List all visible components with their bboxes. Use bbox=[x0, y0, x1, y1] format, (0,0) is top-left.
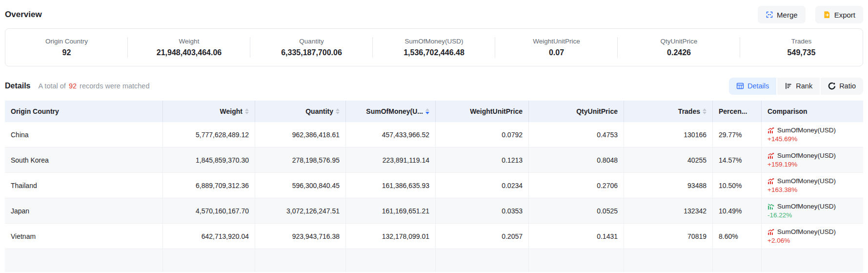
cell-sum-of-money: 161,169,651.21 bbox=[346, 198, 436, 223]
table-header-row: Origin Country Weight Quantity SumOfMone… bbox=[5, 101, 863, 122]
cell-quantity: 3,072,126,247.51 bbox=[255, 198, 346, 223]
comparison-metric: SumOfMoney(USD) bbox=[777, 177, 836, 185]
trend-up-chart-icon bbox=[767, 127, 774, 134]
cell-qty-unit-price: 0.2706 bbox=[529, 173, 624, 198]
trend-down-chart-icon bbox=[767, 203, 774, 210]
cell-country: South Korea bbox=[5, 147, 163, 172]
cell-comparison: SumOfMoney(USD) -16.22% bbox=[762, 198, 863, 223]
stat-trades: Trades 549,735 bbox=[740, 29, 863, 66]
column-header-weight[interactable]: Weight bbox=[163, 101, 255, 122]
tab-rank-label: Rank bbox=[796, 82, 812, 90]
comparison-change: -16.22% bbox=[767, 211, 792, 219]
stat-quantity: Quantity 6,335,187,700.06 bbox=[250, 29, 373, 66]
stat-value: 0.07 bbox=[549, 48, 564, 57]
column-header-qty-unit-price: QtyUnitPrice bbox=[529, 101, 624, 122]
table-row[interactable]: South Korea 1,845,859,370.30 278,198,576… bbox=[5, 147, 863, 173]
trend-up-chart-icon bbox=[767, 152, 774, 159]
column-header-quantity[interactable]: Quantity bbox=[255, 101, 346, 122]
stat-label: WeightUnitPrice bbox=[533, 38, 580, 45]
topbar: Overview Merge bbox=[5, 0, 863, 22]
sort-arrows-icon[interactable] bbox=[336, 108, 340, 114]
cell-qty-unit-price: 0.4753 bbox=[529, 122, 624, 147]
cell-percentage: 10.49% bbox=[713, 198, 762, 223]
stat-value: 549,735 bbox=[787, 48, 816, 57]
export-button[interactable]: Export bbox=[815, 6, 863, 23]
cell-country: Thailand bbox=[5, 173, 163, 198]
merge-button-label: Merge bbox=[777, 11, 798, 19]
sort-arrows-icon[interactable] bbox=[425, 108, 429, 114]
stat-origin-country: Origin Country 92 bbox=[5, 29, 128, 66]
cell-weight: 6,889,709,312.36 bbox=[163, 173, 255, 198]
overview-title: Overview bbox=[5, 10, 42, 20]
table-row[interactable]: Japan 4,570,160,167.70 3,072,126,247.51 … bbox=[5, 198, 863, 224]
page-root: Overview Merge bbox=[0, 0, 868, 273]
sort-arrows-icon[interactable] bbox=[703, 108, 707, 114]
export-button-label: Export bbox=[834, 11, 855, 19]
cell-percentage: 10.50% bbox=[713, 173, 762, 198]
records-matched-text: A total of 92 records were matched bbox=[38, 82, 149, 90]
cell-sum-of-money: 457,433,966.52 bbox=[346, 122, 436, 147]
stat-value: 0.2426 bbox=[667, 48, 691, 57]
cell-trades: 93488 bbox=[624, 173, 713, 198]
sort-arrows-icon[interactable] bbox=[245, 108, 249, 114]
comparison-change: +145.69% bbox=[767, 135, 797, 143]
comparison-metric: SumOfMoney(USD) bbox=[777, 228, 836, 235]
stat-value: 21,948,403,464.06 bbox=[157, 48, 222, 57]
cell-qty-unit-price: 0.1431 bbox=[529, 224, 624, 249]
cell-percentage: 14.57% bbox=[713, 147, 762, 172]
cell-quantity: 962,386,418.61 bbox=[255, 122, 346, 147]
table-row-partial bbox=[5, 249, 863, 272]
column-header-trades[interactable]: Trades bbox=[624, 101, 713, 122]
stat-sum-of-money: SumOfMoney(USD) 1,536,702,446.48 bbox=[373, 29, 495, 66]
stat-value: 6,335,187,700.06 bbox=[281, 48, 342, 57]
table-row[interactable]: Thailand 6,889,709,312.36 596,300,840.45… bbox=[5, 173, 863, 198]
stat-label: Origin Country bbox=[45, 38, 88, 45]
topbar-actions: Merge Export bbox=[758, 6, 863, 23]
table-grid-icon bbox=[736, 82, 744, 90]
tab-details[interactable]: Details bbox=[729, 78, 776, 95]
stat-weight-unit-price: WeightUnitPrice 0.07 bbox=[495, 29, 618, 66]
comparison-metric: SumOfMoney(USD) bbox=[777, 203, 836, 210]
cell-trades: 40255 bbox=[624, 147, 713, 172]
cell-quantity: 278,198,576.95 bbox=[255, 147, 346, 172]
cell-comparison: SumOfMoney(USD) +159.19% bbox=[762, 147, 863, 172]
export-file-icon bbox=[823, 11, 831, 19]
ratio-donut-icon bbox=[828, 82, 836, 90]
tab-details-label: Details bbox=[747, 82, 769, 90]
column-header-comparison: Comparison bbox=[762, 101, 863, 122]
cell-country: China bbox=[5, 122, 163, 147]
stat-label: SumOfMoney(USD) bbox=[404, 38, 463, 45]
records-suffix: records were matched bbox=[80, 82, 149, 90]
cell-quantity: 923,943,716.38 bbox=[255, 224, 346, 249]
comparison-metric: SumOfMoney(USD) bbox=[777, 152, 836, 159]
rank-bars-icon bbox=[785, 82, 792, 90]
cell-trades: 70819 bbox=[624, 224, 713, 249]
comparison-change: +159.19% bbox=[767, 161, 797, 168]
tab-ratio[interactable]: Ratio bbox=[821, 78, 863, 95]
column-header-percentage: Percen... bbox=[713, 101, 762, 122]
cell-weight: 642,713,920.04 bbox=[163, 224, 255, 249]
merge-button[interactable]: Merge bbox=[758, 6, 806, 23]
records-prefix: A total of bbox=[38, 82, 65, 90]
cell-weight: 5,777,628,489.12 bbox=[163, 122, 255, 147]
trend-up-chart-icon bbox=[767, 178, 774, 185]
column-header-sum-of-money[interactable]: SumOfMoney(U... bbox=[346, 101, 436, 122]
cell-weight-unit-price: 0.1213 bbox=[436, 147, 529, 172]
overview-card: Origin Country 92 Weight 21,948,403,464.… bbox=[5, 28, 863, 66]
cell-sum-of-money: 161,386,635.93 bbox=[346, 173, 436, 198]
comparison-change: +163.38% bbox=[767, 186, 797, 193]
cell-weight-unit-price: 0.0353 bbox=[436, 198, 529, 223]
cell-percentage: 8.60% bbox=[713, 224, 762, 249]
cell-percentage: 29.77% bbox=[713, 122, 762, 147]
table-row[interactable]: China 5,777,628,489.12 962,386,418.61 45… bbox=[5, 122, 863, 147]
cell-qty-unit-price: 0.0525 bbox=[529, 198, 624, 223]
tab-rank[interactable]: Rank bbox=[777, 78, 820, 95]
tab-ratio-label: Ratio bbox=[839, 82, 856, 90]
cell-trades: 130166 bbox=[624, 122, 713, 147]
stat-value: 92 bbox=[62, 48, 71, 57]
stat-label: Quantity bbox=[299, 38, 323, 45]
cell-comparison: SumOfMoney(USD) +145.69% bbox=[762, 122, 863, 147]
cell-qty-unit-price: 0.8048 bbox=[529, 147, 624, 172]
table-row[interactable]: Vietnam 642,713,920.04 923,943,716.38 13… bbox=[5, 224, 863, 249]
stat-label: Trades bbox=[791, 38, 812, 45]
